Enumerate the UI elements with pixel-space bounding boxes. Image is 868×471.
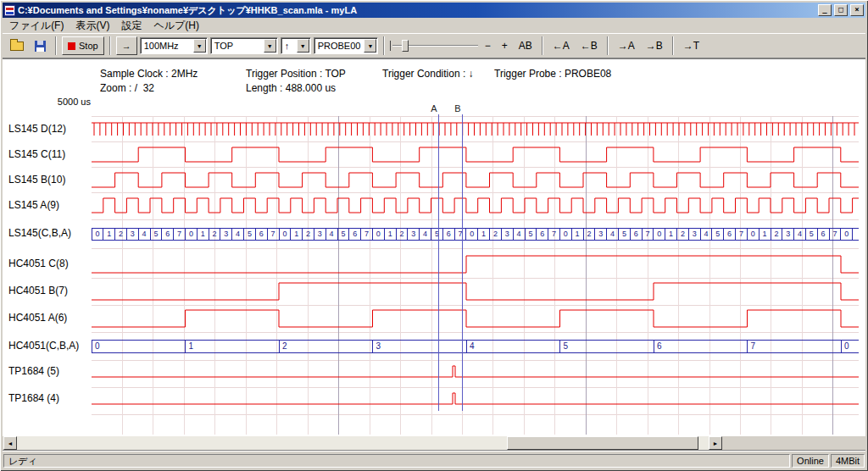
trigger-position-value: TOP: [211, 41, 264, 51]
trigger-edge-value: ↑: [281, 41, 297, 51]
svg-text:4: 4: [798, 230, 802, 238]
zoom-out-button[interactable]: −: [481, 36, 495, 55]
length-text: Length : 488.000 us: [246, 82, 336, 94]
scroll-thumb[interactable]: [507, 436, 698, 450]
svg-text:6: 6: [165, 230, 170, 238]
svg-text:7: 7: [271, 230, 275, 238]
stop-button[interactable]: Stop: [62, 36, 104, 55]
svg-text:3: 3: [131, 230, 135, 238]
svg-text:1: 1: [481, 230, 486, 238]
svg-text:3: 3: [598, 230, 603, 238]
svg-text:4: 4: [704, 230, 708, 238]
svg-text:7: 7: [739, 230, 743, 238]
open-icon: [10, 42, 24, 51]
svg-text:4: 4: [330, 230, 334, 238]
svg-text:5: 5: [622, 230, 626, 238]
svg-text:5: 5: [153, 230, 158, 238]
svg-text:1: 1: [107, 230, 111, 238]
channel-label-11: TP1684 (4): [8, 392, 59, 404]
svg-text:5: 5: [715, 230, 720, 238]
svg-text:1: 1: [388, 230, 392, 238]
goto-trigger-button[interactable]: →T: [679, 36, 704, 55]
title-bar: C:¥Documents and Settings¥noname¥デスクトップ¥…: [3, 3, 865, 18]
window-title: C:¥Documents and Settings¥noname¥デスクトップ¥…: [18, 4, 815, 17]
channel-label-8: HC4051 A(6): [8, 312, 67, 324]
svg-text:7: 7: [552, 230, 556, 238]
toolbar-separator: [55, 36, 57, 55]
close-button[interactable]: ×: [850, 4, 864, 16]
stop-label: Stop: [79, 41, 98, 51]
chevron-down-icon[interactable]: ▼: [264, 39, 276, 53]
zoom-slider[interactable]: [390, 37, 478, 54]
svg-text:A: A: [431, 103, 437, 114]
scroll-left-button[interactable]: ◄: [3, 436, 17, 450]
trigger-edge-select[interactable]: ↑ ▼: [281, 37, 311, 54]
svg-text:2: 2: [681, 230, 685, 238]
chevron-down-icon[interactable]: ▼: [364, 39, 376, 53]
chevron-down-icon[interactable]: ▼: [193, 39, 206, 53]
svg-text:5: 5: [564, 341, 569, 351]
svg-text:0: 0: [376, 230, 381, 238]
status-memory-badge: 4MBit: [831, 454, 865, 468]
svg-text:6: 6: [727, 230, 732, 238]
menu-view[interactable]: 表示(V): [70, 18, 115, 34]
save-button[interactable]: [31, 36, 50, 55]
svg-text:7: 7: [364, 230, 369, 238]
svg-text:0: 0: [282, 230, 287, 238]
trigger-probe-text: Trigger Probe : PROBE08: [494, 68, 611, 80]
horizontal-scrollbar[interactable]: ◄ ►: [3, 436, 722, 450]
trigger-position-text: Trigger Position : TOP: [246, 68, 346, 80]
svg-text:1: 1: [201, 230, 205, 238]
status-bar: レディ Online 4MBit: [3, 450, 865, 468]
trigger-condition-text: Trigger Condition : ↓: [382, 68, 474, 80]
sample-clock-text: Sample Clock : 2MHz: [100, 68, 198, 80]
waveform-pane: Sample Clock : 2MHz Trigger Position : T…: [3, 58, 865, 436]
toolbar: Stop → 100MHz ▼ TOP ▼ ↑ ▼ PROBE00 ▼ − + …: [3, 33, 865, 58]
svg-text:3: 3: [376, 341, 381, 351]
svg-text:6: 6: [634, 230, 638, 238]
menu-settings[interactable]: 設定: [115, 18, 147, 34]
goto-marker-b-right-button[interactable]: →B: [642, 36, 667, 55]
stop-icon: [68, 42, 75, 50]
goto-marker-a-left-button[interactable]: ←A: [548, 36, 574, 55]
svg-text:3: 3: [693, 230, 697, 238]
svg-text:0: 0: [95, 230, 99, 238]
trigger-position-select[interactable]: TOP ▼: [210, 37, 278, 54]
scroll-row: ◄ ►: [3, 436, 865, 450]
probe-select[interactable]: PROBE00 ▼: [314, 37, 378, 54]
svg-text:6: 6: [540, 230, 544, 238]
svg-text:1: 1: [576, 230, 580, 238]
svg-text:6: 6: [447, 230, 451, 238]
svg-text:0: 0: [844, 341, 849, 351]
menu-help[interactable]: ヘルプ(H): [147, 18, 205, 34]
app-window: C:¥Documents and Settings¥noname¥デスクトップ¥…: [0, 0, 868, 471]
svg-text:5: 5: [528, 230, 532, 238]
run-button[interactable]: →: [116, 36, 137, 55]
svg-text:2: 2: [306, 230, 310, 238]
svg-text:6: 6: [353, 230, 357, 238]
svg-text:7: 7: [645, 230, 649, 238]
maximize-button[interactable]: □: [834, 4, 848, 16]
svg-text:4: 4: [517, 230, 521, 238]
slider-handle[interactable]: [402, 40, 409, 52]
svg-text:1: 1: [294, 230, 298, 238]
clock-rate-select[interactable]: 100MHz ▼: [140, 37, 208, 54]
svg-text:6: 6: [259, 230, 264, 238]
chevron-down-icon[interactable]: ▼: [297, 39, 309, 53]
minimize-button[interactable]: _: [818, 4, 832, 16]
menu-file[interactable]: ファイル(F): [3, 18, 70, 34]
svg-text:2: 2: [587, 230, 591, 238]
waveform-canvas[interactable]: 0123456701234567012345670123456701234567…: [92, 101, 859, 436]
svg-text:3: 3: [224, 230, 228, 238]
svg-text:0: 0: [189, 230, 193, 238]
run-arrow-icon: →: [122, 41, 131, 51]
goto-marker-b-left-button[interactable]: ←B: [576, 36, 602, 55]
zoom-in-button[interactable]: +: [498, 36, 512, 55]
app-icon: [4, 5, 15, 16]
open-button[interactable]: [6, 36, 28, 55]
ab-span-button[interactable]: AB: [515, 36, 537, 55]
svg-text:1: 1: [189, 341, 194, 351]
goto-marker-a-right-button[interactable]: →A: [614, 36, 639, 55]
probe-value: PROBE00: [314, 41, 364, 51]
scroll-right-button[interactable]: ►: [709, 436, 722, 450]
